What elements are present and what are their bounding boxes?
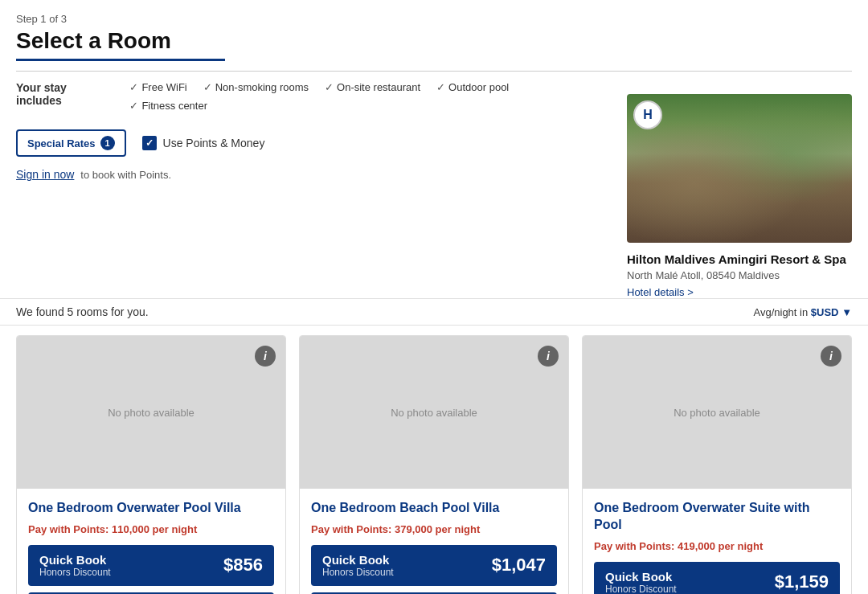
room-title-2: One Bedroom Beach Pool Villa (311, 500, 557, 517)
currency-selector[interactable]: $USD (811, 306, 839, 318)
stay-label: Your stay includes (16, 81, 113, 107)
quick-book-btn-1[interactable]: Quick Book Honors Discount $856 (28, 545, 274, 586)
hotel-location: North Malé Atoll, 08540 Maldives (627, 269, 852, 281)
title-underline (16, 59, 225, 61)
special-rates-label: Special Rates (27, 137, 96, 150)
room-card-3: No photo available i One Bedroom Overwat… (582, 335, 852, 594)
hotel-name: Hilton Maldives Amingiri Resort & Spa (627, 252, 852, 266)
amenity-pool: ✓ Outdoor pool (436, 81, 509, 93)
info-icon-2[interactable]: i (538, 346, 559, 367)
no-photo-3: No photo available (674, 407, 760, 419)
special-rates-badge: 1 (100, 136, 115, 150)
quick-book-btn-3[interactable]: Quick Book Honors Discount $1,159 (594, 562, 840, 594)
check-icon-fitness: ✓ (129, 100, 138, 112)
room-photo-2: No photo available i (300, 336, 568, 489)
sign-in-row: Sign in now to book with Points. (0, 168, 611, 192)
hotel-image: H (627, 94, 852, 243)
hotel-details-link[interactable]: Hotel details > (627, 286, 852, 298)
use-points-control: Use Points & Money (142, 136, 265, 150)
results-bar: We found 5 rooms for you. Avg/night in $… (0, 298, 868, 326)
results-count: We found 5 rooms for you. (16, 305, 149, 318)
amenity-non-smoking: ✓ Non-smoking rooms (203, 81, 309, 93)
amenity-restaurant: ✓ On-site restaurant (325, 81, 420, 93)
quick-book-sub-1: Honors Discount (39, 567, 111, 578)
page-title: Select a Room (16, 28, 852, 54)
info-icon-1[interactable]: i (255, 346, 276, 367)
sign-in-suffix: to book with Points. (80, 169, 171, 181)
room-info-1: One Bedroom Overwater Pool Villa Pay wit… (17, 489, 285, 594)
no-photo-1: No photo available (108, 407, 194, 419)
room-points-1: Pay with Points: 110,000 per night (28, 523, 274, 535)
special-rates-button[interactable]: Special Rates 1 (16, 129, 126, 157)
amenity-wifi: ✓ Free WiFi (129, 81, 186, 93)
room-photo-1: No photo available i (17, 336, 285, 489)
use-points-checkbox[interactable] (142, 136, 157, 150)
room-info-3: One Bedroom Overwater Suite with Pool Pa… (583, 489, 851, 594)
sign-in-link[interactable]: Sign in now (16, 168, 74, 181)
quick-book-sub-2: Honors Discount (322, 567, 394, 578)
info-icon-3[interactable]: i (821, 346, 841, 367)
quick-book-price-2: $1,047 (492, 555, 546, 576)
currency-info: Avg/night in $USD ▼ (753, 306, 852, 318)
room-points-3: Pay with Points: 419,000 per night (594, 540, 840, 552)
currency-arrow[interactable]: ▼ (841, 306, 852, 318)
quick-book-label-2: Quick Book (322, 553, 389, 567)
room-photo-3: No photo available i (583, 336, 851, 489)
room-title-3: One Bedroom Overwater Suite with Pool (594, 500, 840, 534)
quick-book-label-1: Quick Book (39, 553, 106, 567)
quick-book-sub-3: Honors Discount (605, 584, 677, 594)
quick-book-label-3: Quick Book (605, 570, 672, 584)
check-icon-non-smoking: ✓ (203, 81, 212, 93)
room-points-2: Pay with Points: 379,000 per night (311, 523, 557, 535)
rooms-grid: No photo available i One Bedroom Overwat… (16, 335, 852, 594)
quick-book-price-3: $1,159 (775, 571, 829, 592)
amenities-list: ✓ Free WiFi ✓ Non-smoking rooms ✓ On-sit… (129, 81, 595, 112)
step-label: Step 1 of 3 (16, 13, 852, 25)
room-card-2: No photo available i One Bedroom Beach P… (299, 335, 569, 594)
room-info-2: One Bedroom Beach Pool Villa Pay with Po… (300, 489, 568, 594)
quick-book-price-1: $856 (223, 555, 263, 576)
hilton-logo: H (633, 100, 662, 129)
avg-label: Avg/night in (753, 306, 808, 318)
divider (16, 71, 852, 72)
check-icon-pool: ✓ (436, 81, 445, 93)
quick-book-btn-2[interactable]: Quick Book Honors Discount $1,047 (311, 545, 557, 586)
use-points-label: Use Points & Money (163, 137, 265, 150)
amenity-fitness: ✓ Fitness center (129, 100, 207, 112)
room-title-1: One Bedroom Overwater Pool Villa (28, 500, 274, 517)
check-icon-restaurant: ✓ (325, 81, 334, 93)
check-icon-wifi: ✓ (129, 81, 138, 93)
no-photo-2: No photo available (391, 407, 477, 419)
room-card-1: No photo available i One Bedroom Overwat… (16, 335, 286, 594)
